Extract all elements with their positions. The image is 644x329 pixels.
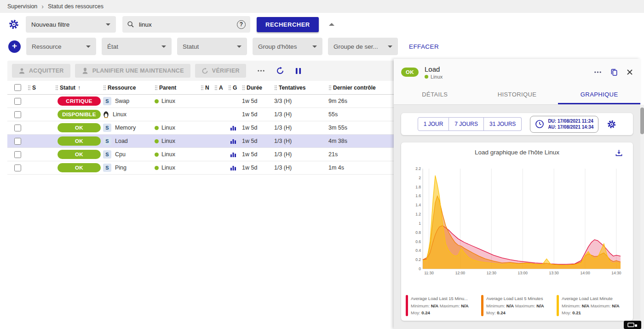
column-header[interactable]: Parent xyxy=(155,81,201,94)
saved-filter-select[interactable]: Nouveau filtre xyxy=(26,16,116,33)
range-button-31-jours[interactable]: 31 JOURS xyxy=(484,117,522,131)
last-check-cell: 9m 26s xyxy=(328,95,394,108)
search-box[interactable]: ? xyxy=(122,16,250,33)
column-header[interactable]: N xyxy=(201,81,214,94)
column-header[interactable]: S xyxy=(28,81,55,94)
acknowledge-button[interactable]: ACQUITTER xyxy=(12,64,70,78)
table-row[interactable]: DISPONIBLE S Linux 1w 5d 1/3 (H) 55s xyxy=(7,108,394,121)
column-header[interactable]: Ressource xyxy=(103,81,155,94)
add-criteria-button[interactable]: + xyxy=(8,40,21,53)
settings-gear-icon[interactable] xyxy=(8,19,19,30)
close-icon[interactable] xyxy=(627,69,633,75)
status-badge: OK xyxy=(58,123,101,132)
criteria-select-group-d-h-tes[interactable]: Group d'hôtes xyxy=(253,38,322,55)
legend-item[interactable]: Average Load Last 5 Minutes Minimum: N/A… xyxy=(481,295,553,316)
table-row[interactable]: OK S Load Linux 1w 5d 1/3 (H) 4m 38s xyxy=(7,135,394,148)
tries-cell: 1/3 (H) xyxy=(274,135,328,147)
column-header[interactable]: Durée xyxy=(242,81,274,94)
panel-tabs: DÉTAILS HISTORIQUE GRAPHIQUE xyxy=(394,85,640,105)
tab-d-tails[interactable]: DÉTAILS xyxy=(394,85,476,104)
graph-icon[interactable] xyxy=(230,151,236,158)
search-button[interactable]: RECHERCHER xyxy=(257,17,319,32)
select-all-checkbox[interactable] xyxy=(14,84,21,91)
panel-more-actions-icon[interactable] xyxy=(594,71,602,74)
svg-text:0: 0 xyxy=(419,267,421,271)
maintenance-button[interactable]: PLANIFIER UNE MAINTENANCE xyxy=(75,64,190,78)
graph-settings-gear-icon[interactable] xyxy=(607,119,616,129)
breadcrumb-item-supervision[interactable]: Supervision xyxy=(7,3,37,10)
clear-filters-button[interactable]: EFFACER xyxy=(409,43,439,50)
resource-name[interactable]: Load xyxy=(115,138,128,144)
row-checkbox[interactable] xyxy=(14,164,21,171)
legend-item[interactable]: Average Load Last 15 Minu... Minimum: N/… xyxy=(406,295,477,316)
table-row[interactable]: OK S Memory Linux 1w 5d 1/3 (H) 3m 55s xyxy=(7,121,394,135)
row-checkbox[interactable] xyxy=(14,125,21,131)
host-status-dot xyxy=(425,75,428,79)
maintenance-person-icon xyxy=(81,68,89,74)
column-header[interactable]: Tentatives xyxy=(274,81,328,94)
duration-cell: 1w 5d xyxy=(242,121,274,134)
resource-name[interactable]: Memory xyxy=(115,125,136,131)
drag-handle-icon xyxy=(228,85,231,91)
table-row[interactable]: OK S Cpu Linux 1w 5d 1/3 (H) 21s xyxy=(7,148,394,161)
copy-link-icon[interactable] xyxy=(610,68,618,76)
download-icon[interactable] xyxy=(615,149,623,157)
scrollbar-thumb[interactable] xyxy=(640,108,644,134)
parent-status-dot xyxy=(155,166,159,170)
parent-name: Linux xyxy=(161,164,175,171)
panel-title: Load xyxy=(425,65,443,73)
breadcrumb-item-statut-ressources[interactable]: Statut des ressources xyxy=(48,3,104,10)
graph-icon[interactable] xyxy=(230,164,236,171)
criteria-select-ressource[interactable]: Ressource xyxy=(26,38,96,55)
column-label: Dernier contrôle xyxy=(333,85,376,91)
svg-text:0.4: 0.4 xyxy=(415,248,421,253)
tab-historique[interactable]: HISTORIQUE xyxy=(476,85,558,104)
row-checkbox[interactable] xyxy=(14,111,21,118)
check-button[interactable]: VÉRIFIER xyxy=(195,64,246,78)
breadcrumb: Supervision › Statut des ressources xyxy=(0,0,644,13)
criteria-select-statut[interactable]: Statut xyxy=(177,38,247,55)
graph-icon[interactable] xyxy=(230,138,236,144)
drag-handle-icon xyxy=(55,85,58,91)
svg-text:13:30: 13:30 xyxy=(549,271,559,275)
custom-period-button[interactable]: DU: 17/08/2021 11:24 AU: 17/08/2021 14:3… xyxy=(530,116,598,133)
svg-text:11:30: 11:30 xyxy=(424,271,434,275)
refresh-icon[interactable] xyxy=(276,67,284,75)
row-checkbox[interactable] xyxy=(14,151,21,158)
range-button-7-jours[interactable]: 7 JOURS xyxy=(449,117,484,131)
svg-text:0.6: 0.6 xyxy=(415,239,421,244)
parent-name: Linux xyxy=(161,125,175,131)
pause-icon[interactable] xyxy=(295,68,301,74)
resource-name[interactable]: Cpu xyxy=(115,151,126,158)
help-icon[interactable]: ? xyxy=(237,20,246,29)
legend-color-bar xyxy=(481,295,483,316)
resource-name[interactable]: Ping xyxy=(115,164,126,171)
tries-cell: 1/3 (H) xyxy=(274,121,328,134)
more-actions-icon[interactable] xyxy=(257,69,265,72)
tab-graphique[interactable]: GRAPHIQUE xyxy=(558,85,640,104)
svg-text:1.4: 1.4 xyxy=(415,203,421,207)
row-checkbox[interactable] xyxy=(14,98,21,105)
criteria-select--tat[interactable]: État xyxy=(102,38,172,55)
resource-name[interactable]: Linux xyxy=(113,111,126,118)
column-header[interactable]: Dernier contrôle xyxy=(328,81,394,94)
duration-cell: 1w 5d xyxy=(242,135,274,147)
parent-name: Linux xyxy=(161,98,175,104)
table-row[interactable]: CRITIQUE S Swap Linux 1w 5d 3/3 (H) 9m 2… xyxy=(7,95,394,108)
graph-icon[interactable] xyxy=(230,125,236,131)
row-checkbox[interactable] xyxy=(14,138,21,145)
resource-name[interactable]: Swap xyxy=(115,98,129,104)
legend-item[interactable]: Average Load Last Minute Minimum: N/A Ma… xyxy=(557,295,628,316)
duration-cell: 1w 5d xyxy=(242,148,274,161)
panel-scrollbar[interactable] xyxy=(640,105,644,329)
criteria-select-groupe-de-ser-[interactable]: Groupe de ser... xyxy=(328,38,398,55)
search-input[interactable] xyxy=(138,21,233,28)
collapse-chevron-icon[interactable] xyxy=(329,23,334,26)
column-header[interactable]: G xyxy=(228,81,242,94)
tries-cell: 1/3 (H) xyxy=(274,161,328,174)
column-header[interactable]: A xyxy=(214,81,228,94)
column-header[interactable]: Statut ↑ xyxy=(55,81,103,94)
parent-status-dot xyxy=(155,126,159,130)
range-button-1-jour[interactable]: 1 JOUR xyxy=(418,117,449,131)
table-row[interactable]: OK S Ping Linux 1w 5d 1/3 (H) 1m 4s xyxy=(7,161,394,175)
